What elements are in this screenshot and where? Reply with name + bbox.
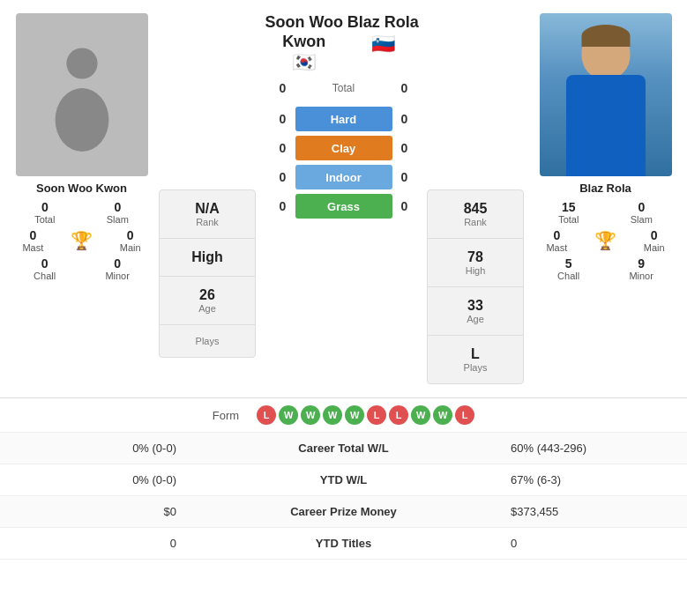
right-chall-label: Chall [557,271,579,281]
stats-row-0: 0% (0-0) Career Total W/L 60% (443-296) [0,433,687,464]
left-total-label: Total [34,214,55,225]
stats-right-1: 67% (6-3) [497,473,674,486]
stats-row-2: $0 Career Prize Money $373,455 [0,496,687,528]
form-badge-0: L [257,405,276,425]
form-badge-1: W [279,405,298,425]
form-badge-9: L [455,405,474,425]
right-mast-val: 0 [553,228,560,242]
stats-right-3: 0 [497,537,674,550]
form-badge-7: W [411,405,430,425]
right-high-val: 78 [467,249,483,265]
clay-left-score: 0 [271,141,295,155]
stats-right-0: 60% (443-296) [497,442,674,455]
form-badge-2: W [301,405,320,425]
left-minor-val: 0 [114,256,121,271]
surfaces-block: 0 Hard 0 0 Clay 0 0 Indoor 0 0 Grass [265,107,422,223]
hard-left-score: 0 [271,112,295,126]
left-age-label: Age [198,303,216,314]
stats-right-2: $373,455 [497,505,674,518]
indoor-btn[interactable]: Indoor [295,165,392,189]
right-minor-val: 9 [638,256,645,271]
left-plays-label: Plays [196,336,220,346]
grass-btn[interactable]: Grass [295,194,392,219]
left-main-val: 0 [127,228,134,242]
right-mast-label: Mast [546,242,567,253]
stats-label-3: YTD Titles [190,537,497,550]
clay-btn[interactable]: Clay [295,136,392,160]
left-stats-card: N/A Rank High 26 Age Plays [159,13,260,384]
right-player-column: Blaz Rola 15 Total 0 Slam 0 Mast [533,13,678,384]
clay-row: 0 Clay 0 [265,136,422,160]
right-plays-val: L [471,346,480,362]
right-slam-label: Slam [631,214,653,225]
right-high-label: High [466,265,486,276]
svg-point-0 [66,48,97,78]
total-row: 0 Total 0 [271,81,417,95]
left-center-name: Soon Woo Kwon [265,13,344,51]
left-chall-val: 0 [41,256,49,271]
form-badge-8: W [433,405,452,425]
form-label: Form [213,409,239,422]
left-player-column: Soon Woo Kwon 0 Total 0 Slam 0 Mast [9,13,154,384]
left-rank-val: N/A [195,201,220,217]
indoor-right-score: 0 [392,170,417,184]
right-flag: 🇸🇮 [344,33,423,56]
left-age-val: 26 [199,287,215,303]
svg-point-1 [55,88,108,152]
right-rank-val: 845 [464,201,488,217]
right-minor-label: Minor [629,271,653,281]
right-age-val: 33 [467,298,483,314]
right-rank-label: Rank [464,217,487,227]
right-slam-val: 0 [638,200,645,214]
right-player-name: Blaz Rola [579,182,631,195]
left-player-name: Soon Woo Kwon [36,182,127,195]
grass-left-score: 0 [271,199,295,213]
stats-left-1: 0% (0-0) [13,473,190,486]
form-badge-3: W [323,405,342,425]
right-main-label: Main [644,242,665,253]
indoor-left-score: 0 [271,170,295,184]
grass-row: 0 Grass 0 [265,194,422,219]
right-player-photo [540,13,672,176]
stats-left-2: $0 [13,505,190,518]
left-high-val: High [191,249,223,265]
stats-rows: 0% (0-0) Career Total W/L 60% (443-296) … [0,433,687,560]
form-badge-5: L [367,405,386,425]
hard-row: 0 Hard 0 [265,107,422,131]
left-mast-label: Mast [22,242,43,253]
center-column: Soon Woo Kwon 🇰🇷 Blaz Rola 🇸🇮 0 Total 0 [260,13,427,384]
left-rank-label: Rank [196,217,219,227]
stats-left-3: 0 [13,537,190,550]
left-chall-label: Chall [34,271,56,281]
right-total-val: 15 [562,200,576,214]
left-minor-label: Minor [105,271,130,281]
clay-right-score: 0 [392,141,417,155]
stats-label-0: Career Total W/L [190,442,497,455]
left-slam-label: Slam [107,214,129,225]
stats-label-1: YTD W/L [190,473,497,486]
right-chall-val: 5 [565,256,572,271]
left-player-photo [16,13,148,176]
right-plays-label: Plays [464,362,488,373]
indoor-row: 0 Indoor 0 [265,165,422,189]
left-slam-val: 0 [114,200,121,214]
right-total-label: Total [558,214,579,225]
hard-right-score: 0 [392,112,417,126]
left-mast-val: 0 [29,228,36,242]
form-badge-6: L [389,405,408,425]
hard-btn[interactable]: Hard [295,107,392,131]
right-age-label: Age [467,314,484,324]
left-flag: 🇰🇷 [265,51,344,74]
left-total-val: 0 [41,200,49,214]
stats-row-3: 0 YTD Titles 0 [0,528,687,560]
total-label: Total [295,82,392,94]
left-main-label: Main [120,242,141,253]
stats-left-0: 0% (0-0) [13,442,190,455]
bottom-stats-section: Form LWWWWLLWWL 0% (0-0) Career Total W/… [0,397,687,560]
form-row: Form LWWWWLLWWL [0,398,687,433]
right-main-val: 0 [651,228,658,242]
left-total-score: 0 [271,81,295,95]
right-stats-card: 845 Rank 78 High 33 Age L Plays [427,13,528,384]
right-total-score: 0 [392,81,417,95]
form-badge-4: W [345,405,364,425]
